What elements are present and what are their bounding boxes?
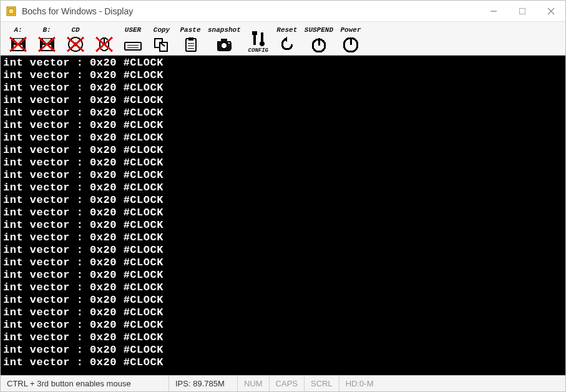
floppy-x-icon [36, 35, 57, 54]
toolbar-user-button[interactable]: USER [120, 24, 145, 54]
toolbar-user-label: USER [125, 27, 141, 34]
toolbar-copy-button[interactable]: Copy [149, 24, 174, 54]
suspend-icon [308, 35, 329, 54]
status-scrl: SCRL [305, 376, 339, 391]
toolbar-drive-a-button[interactable]: A: [6, 24, 31, 54]
app-window: Bochs for Windows - Display A:B:CDUSERCo… [0, 0, 566, 392]
console-output: int vector : 0x20 #CLOCK int vector : 0x… [1, 56, 565, 375]
status-ips: IPS: 89.785M [169, 376, 238, 391]
status-caps: CAPS [270, 376, 305, 391]
status-hd: HD:0-M [339, 376, 380, 391]
statusbar: CTRL + 3rd button enables mouse IPS: 89.… [1, 375, 565, 391]
toolbar-suspend-button[interactable]: SUSPEND [303, 24, 334, 54]
mouse-x-icon [94, 35, 115, 54]
svg-rect-3 [520, 8, 525, 14]
svg-point-37 [221, 42, 227, 49]
svg-point-38 [228, 42, 230, 44]
toolbar-paste-button[interactable]: Paste [178, 24, 203, 54]
toolbar-reset-button[interactable]: Reset [275, 24, 300, 54]
svg-rect-40 [252, 31, 257, 35]
toolbar-reset-label: Reset [276, 27, 297, 34]
toolbar-suspend-label: SUSPEND [305, 27, 333, 34]
status-num: NUM [238, 376, 270, 391]
toolbar-snapshot-button[interactable]: snapshot [207, 24, 242, 54]
toolbar-copy-label: Copy [154, 27, 170, 34]
close-button[interactable] [537, 1, 565, 22]
minimize-button[interactable] [479, 1, 508, 22]
toolbar-power-label: Power [341, 27, 361, 34]
camera-icon [213, 35, 235, 54]
toolbar: A:B:CDUSERCopyPastesnapshotCONFIGResetSU… [1, 22, 565, 56]
toolbar-config-button[interactable]: CONFIG [246, 24, 271, 54]
paste-icon [180, 35, 201, 54]
reset-icon [276, 35, 298, 54]
toolbar-paste-label: Paste [180, 27, 200, 34]
svg-rect-1 [9, 9, 14, 14]
window-title: Bochs for Windows - Display [22, 6, 133, 16]
cd-x-icon [65, 35, 86, 54]
maximize-button[interactable] [508, 1, 537, 22]
power-icon [340, 35, 361, 54]
svg-rect-31 [188, 37, 193, 41]
svg-point-42 [260, 41, 265, 46]
toolbar-drive-b-button[interactable]: B: [34, 24, 59, 54]
copy-icon [151, 35, 172, 54]
toolbar-drive-cd-label: CD [71, 27, 79, 34]
svg-rect-24 [125, 42, 141, 50]
app-icon [6, 6, 17, 17]
toolbar-snapshot-label: snapshot [208, 27, 241, 34]
toolbar-drive-cd-button[interactable]: CD [63, 24, 88, 54]
floppy-x-icon [7, 35, 29, 54]
toolbar-drive-a-label: A: [14, 27, 22, 34]
keyboard-icon [122, 35, 144, 54]
titlebar: Bochs for Windows - Display [1, 1, 565, 22]
toolbar-config-sublabel: CONFIG [248, 48, 268, 54]
tools-icon [248, 29, 269, 47]
status-mouse-hint: CTRL + 3rd button enables mouse [1, 376, 169, 391]
toolbar-power-button[interactable]: Power [338, 24, 363, 54]
toolbar-drive-b-label: B: [42, 27, 51, 34]
toolbar-mouse-button[interactable] [92, 24, 117, 54]
